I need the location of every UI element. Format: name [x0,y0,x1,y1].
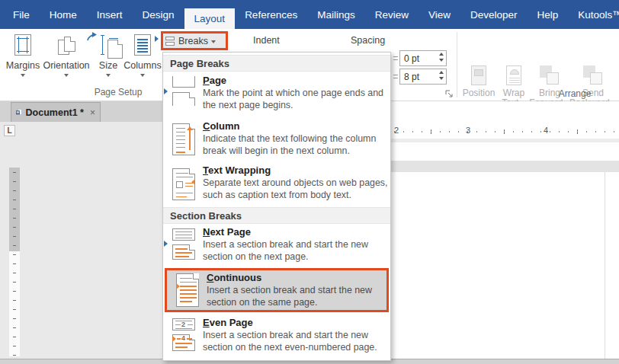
text-wrapping-icon [171,168,197,203]
page-edge [605,172,605,359]
ruler-number: 3 [466,126,470,135]
page-break-icon [171,76,197,111]
page-setup-group-label: Page Setup [84,87,152,97]
word-document-icon: W [16,106,22,119]
tab-view[interactable]: View [419,0,460,29]
word-window: File Home Insert Design Layout Reference… [0,0,619,364]
spacing-before-icon [393,56,398,62]
ruler-number: 4 [544,126,548,135]
page-gap-band [391,161,619,172]
ruler-lower-band [391,139,619,142]
columns-icon [134,32,151,58]
chevron-down-icon [211,40,216,43]
tab-layout[interactable]: Layout [184,8,236,29]
tab-home[interactable]: Home [40,0,87,29]
size-icon [101,32,116,58]
chevron-down-icon [21,74,25,77]
close-icon[interactable]: × [90,107,95,118]
horizontal-ruler[interactable]: 2 3 4 [391,124,619,142]
tab-stop-selector[interactable]: L [4,125,15,136]
next-page-icon [171,228,197,263]
menu-header-section-breaks: Section Breaks [163,207,390,224]
bring-forward-icon [540,62,560,88]
group-separator [457,32,457,97]
wrap-text-icon [506,62,521,88]
vertical-ruler-margin[interactable] [9,168,20,251]
tab-help[interactable]: Help [528,0,569,29]
tab-kutools[interactable]: Kutools™ [568,0,619,29]
even-page-icon: 2 4 [171,318,197,353]
breaks-icon [165,36,175,46]
margins-icon [14,32,31,58]
chevron-down-icon [106,74,111,77]
blue-arrow-marker-icon [155,36,159,42]
send-backward-icon [583,62,603,88]
tab-insert[interactable]: Insert [87,0,133,29]
tab-references[interactable]: References [235,0,307,29]
size-button[interactable]: Size [93,32,123,77]
vertical-ruler[interactable] [9,251,20,356]
spacing-before-input[interactable]: 0 pt [399,50,447,66]
tab-mailings[interactable]: Mailings [307,0,365,29]
menu-item-next-page[interactable]: Next Page Insert a section break and sta… [163,224,390,268]
spacing-after-icon [393,74,398,80]
blue-arrow-marker-icon [164,241,168,247]
menu-item-text-wrapping[interactable]: Text Wrapping Separate text around objec… [163,163,390,206]
menu-item-column[interactable]: Column Indicate that the text following … [163,117,390,163]
paragraph-dialog-launcher-icon[interactable] [445,88,454,101]
document-canvas-left[interactable]: L [0,122,162,359]
tab-file[interactable]: File [3,0,40,29]
tab-review[interactable]: Review [365,0,419,29]
position-icon [471,62,486,88]
spacing-label: Spacing [351,35,385,46]
orientation-icon [58,32,75,58]
menu-header-page-breaks: Page Breaks [163,55,390,72]
continuous-break-icon [175,273,200,308]
spacing-after-input[interactable]: 8 pt [399,69,447,85]
arrange-group-label: Arrange [534,88,616,99]
ruler-number: 2 [394,126,399,135]
column-break-icon [171,122,197,157]
breaks-dropdown-menu: Page Breaks Page Mark the point at which… [162,52,391,361]
margins-button[interactable]: Margins [6,32,40,77]
chevron-down-icon [64,74,69,77]
document-tab[interactable]: W Document1 * × [11,102,101,122]
document-page[interactable] [391,172,619,359]
menu-item-page[interactable]: Page Mark the point at which one page en… [163,72,390,117]
breaks-button[interactable]: Breaks [161,31,228,50]
blue-arrow-marker-icon [164,88,168,94]
svg-text:W: W [17,110,20,114]
indent-label: Indent [253,35,280,46]
menu-item-continuous[interactable]: Continuous Insert a section break and st… [165,268,389,312]
menu-item-even-page[interactable]: 2 4 Even Page Insert a section break and… [163,312,390,358]
chevron-down-icon [140,74,145,77]
tab-design[interactable]: Design [133,0,184,29]
spinner-arrows-icon[interactable] [439,71,444,80]
ruler-ticks [391,124,619,139]
tab-developer[interactable]: Developer [460,0,528,29]
ribbon-tab-bar: File Home Insert Design Layout Reference… [0,0,619,29]
orientation-button[interactable]: Orientation [43,32,90,77]
spinner-arrows-icon[interactable] [439,53,444,62]
document-title: Document1 * [26,107,84,118]
